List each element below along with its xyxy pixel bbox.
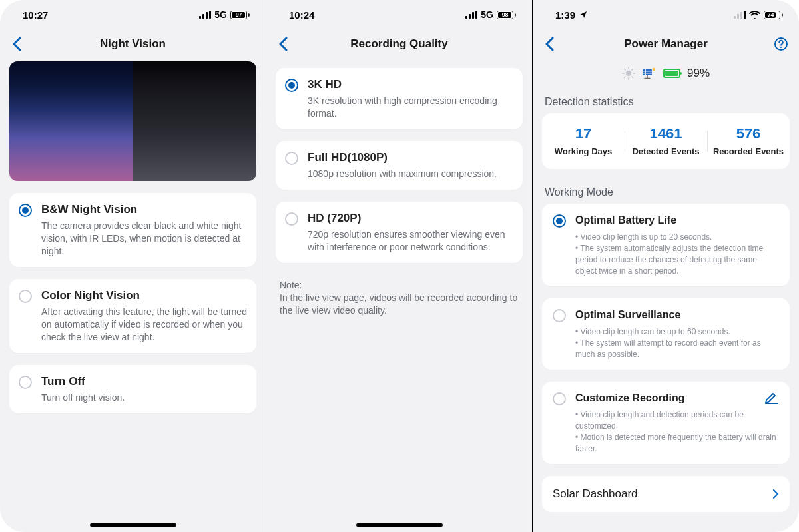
svg-point-23 xyxy=(653,68,655,71)
svg-point-14 xyxy=(626,71,631,76)
home-indicator[interactable] xyxy=(356,523,443,527)
brightness-icon xyxy=(622,67,635,80)
svg-rect-3 xyxy=(209,11,211,19)
status-time: 10:27 xyxy=(23,9,48,21)
stat-recorded-events: 576 Recorded Events xyxy=(707,125,790,157)
radio-icon xyxy=(285,79,298,92)
option-hd-720[interactable]: HD (720P) 720p resolution ensures smooth… xyxy=(276,202,523,263)
option-title: HD (720P) xyxy=(308,211,513,226)
option-desc: • Video clip length and detection period… xyxy=(575,409,779,455)
home-indicator[interactable] xyxy=(90,523,176,527)
battery-icon: 97 xyxy=(230,11,250,19)
page-title: Power Manager xyxy=(624,37,708,51)
help-button[interactable] xyxy=(774,37,788,51)
solar-panel-icon xyxy=(642,67,657,79)
page-title: Recording Quality xyxy=(350,37,447,51)
note: Note: In the live view page, videos will… xyxy=(276,275,523,317)
svg-line-22 xyxy=(624,77,625,78)
header: Power Manager xyxy=(533,29,799,59)
status-time: 10:24 xyxy=(289,9,314,21)
status-network: 5G xyxy=(214,9,227,20)
stat-detected-events: 1461 Detected Events xyxy=(625,125,707,157)
mode-section-label: Working Mode xyxy=(545,186,787,198)
status-bar: 10:27 5G 97 xyxy=(0,0,266,29)
signal-icon xyxy=(465,11,477,19)
radio-icon xyxy=(553,309,566,322)
battery-icon: 98 xyxy=(497,11,516,19)
signal-icon xyxy=(199,11,211,19)
note-text: In the live view page, videos will be re… xyxy=(280,292,517,316)
option-full-hd[interactable]: Full HD(1080P) 1080p resolution with max… xyxy=(276,141,523,190)
back-button[interactable] xyxy=(8,33,25,55)
svg-rect-11 xyxy=(744,11,746,19)
page-title: Night Vision xyxy=(100,37,166,51)
mode-optimal-surveillance[interactable]: Optimal Surveillance • Video clip length… xyxy=(542,298,790,370)
option-title: 3K HD xyxy=(308,77,513,92)
back-button[interactable] xyxy=(274,33,292,55)
status-bar: 10:24 5G 98 xyxy=(266,0,532,29)
screen-power-manager: 1:39 74 Power Manager xyxy=(533,0,799,532)
header: Night Vision xyxy=(0,29,266,59)
option-desc: • Video clip length can be up to 60 seco… xyxy=(575,326,779,360)
svg-rect-10 xyxy=(740,12,742,19)
option-title: Optimal Battery Life xyxy=(575,213,779,228)
svg-rect-9 xyxy=(737,14,739,19)
stats-card: 17 Working Days 1461 Detected Events 576… xyxy=(542,113,790,169)
note-label: Note: xyxy=(280,280,302,290)
radio-icon xyxy=(285,152,298,165)
svg-rect-8 xyxy=(734,16,736,19)
solar-dashboard-link[interactable]: Solar Dashboard xyxy=(542,476,790,512)
option-desc: The camera provides clear black and whit… xyxy=(41,220,247,258)
status-time: 1:39 xyxy=(555,9,575,21)
radio-icon xyxy=(19,204,32,217)
link-label: Solar Dashboard xyxy=(553,487,638,501)
power-status-row: 99% xyxy=(542,67,790,80)
mode-customize-recording[interactable]: Customize Recording • Video clip length … xyxy=(542,382,790,464)
svg-line-21 xyxy=(632,69,633,71)
status-network: 5G xyxy=(481,9,493,20)
svg-rect-5 xyxy=(469,14,471,19)
svg-rect-7 xyxy=(475,11,477,19)
option-desc: 3K resolution with high compression enco… xyxy=(308,95,513,120)
stat-working-days: 17 Working Days xyxy=(542,125,625,157)
wifi-icon xyxy=(749,11,760,19)
svg-rect-2 xyxy=(206,12,208,19)
svg-rect-4 xyxy=(465,16,467,19)
option-turn-off[interactable]: Turn Off Turn off night vision. xyxy=(9,365,256,413)
radio-icon xyxy=(285,212,298,226)
svg-rect-6 xyxy=(472,12,474,19)
edit-icon[interactable] xyxy=(764,391,779,404)
option-3k-hd[interactable]: 3K HD 3K resolution with high compressio… xyxy=(276,68,523,129)
header: Recording Quality xyxy=(266,29,532,59)
option-title: B&W Night Vision xyxy=(41,202,247,217)
svg-point-13 xyxy=(780,47,782,48)
preview-image xyxy=(9,61,256,181)
battery-icon: 74 xyxy=(764,11,783,19)
svg-line-20 xyxy=(632,77,633,78)
option-color-night-vision[interactable]: Color Night Vision After activating this… xyxy=(9,279,256,353)
back-button[interactable] xyxy=(541,33,558,55)
device-battery-pct: 99% xyxy=(687,67,710,80)
svg-rect-24 xyxy=(643,69,652,75)
screen-night-vision: 10:27 5G 97 Night Vision xyxy=(0,0,266,532)
option-bw-night-vision[interactable]: B&W Night Vision The camera provides cle… xyxy=(9,193,256,267)
screen-recording-quality: 10:24 5G 98 Recording Quality xyxy=(266,0,533,532)
option-desc: • Video clip length is up to 20 seconds.… xyxy=(575,232,779,277)
svg-line-19 xyxy=(624,69,625,71)
radio-icon xyxy=(553,392,566,405)
option-desc: Turn off night vision. xyxy=(41,392,247,404)
option-title: Customize Recording xyxy=(575,391,779,405)
option-title: Full HD(1080P) xyxy=(308,150,513,165)
option-desc: 720p resolution ensures smoother viewing… xyxy=(308,228,513,254)
status-bar: 1:39 74 xyxy=(533,0,799,29)
option-title: Optimal Surveillance xyxy=(575,308,779,322)
radio-icon xyxy=(19,290,32,303)
chevron-right-icon xyxy=(772,489,779,499)
option-title: Color Night Vision xyxy=(41,288,247,303)
svg-rect-0 xyxy=(199,16,201,19)
radio-icon xyxy=(19,376,32,389)
stats-section-label: Detection statistics xyxy=(545,96,787,108)
svg-rect-1 xyxy=(202,14,204,19)
mode-optimal-battery[interactable]: Optimal Battery Life • Video clip length… xyxy=(542,204,790,286)
option-desc: 1080p resolution with maximum compressio… xyxy=(308,168,513,180)
